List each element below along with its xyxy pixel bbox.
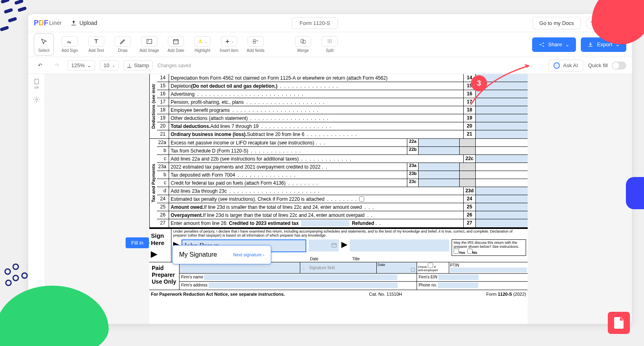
save-status: Changes saved [157, 63, 191, 68]
split-tool[interactable]: Split [319, 36, 341, 53]
line-22b-amount[interactable] [419, 147, 459, 154]
tax-payments-label: Tax and Payments [149, 139, 157, 227]
credited-amount[interactable] [301, 220, 349, 227]
firm-address-field[interactable] [208, 282, 398, 288]
redo-button[interactable]: ↷ [51, 60, 63, 72]
pencil-icon [119, 38, 126, 45]
firm-ein-field[interactable] [438, 274, 479, 280]
main-toolbar: Select Add Sign Add Text Draw Add Image … [28, 32, 632, 57]
page-icon [33, 78, 40, 86]
text-icon [93, 38, 100, 45]
download-icon [587, 41, 594, 48]
insert-item-tool[interactable]: ⌄Insert item [218, 36, 240, 53]
add-date-tool[interactable]: Add Date [165, 36, 187, 53]
app-window: PDFLiner Upload Form 1120-S Go to my Doc… [28, 14, 632, 324]
page-footer: For Paperwork Reduction Act Notice, see … [149, 290, 528, 298]
self-employed-checkbox[interactable] [428, 263, 433, 268]
quick-fill-toggle[interactable]: Quick fill [588, 62, 626, 70]
line-20-amount[interactable] [475, 122, 528, 130]
title-field[interactable] [350, 239, 449, 251]
undo-button[interactable]: ↶ [34, 60, 46, 72]
pages-panel-button[interactable]: 1/5 [31, 78, 42, 89]
line-23b-amount[interactable] [419, 171, 459, 179]
secondary-toolbar: ↶ ↷ 125%⌄ 10⌄ ⊥Stamp Changes saved Ask A… [28, 57, 632, 74]
share-button[interactable]: Share⌄ [532, 37, 576, 52]
merge-icon [299, 38, 307, 45]
titlebar: PDFLiner Upload Form 1120-S Go to my Doc… [28, 14, 632, 32]
line-22a-amount[interactable] [419, 139, 459, 146]
svg-point-9 [543, 45, 544, 47]
svg-point-8 [543, 42, 544, 43]
svg-rect-2 [173, 40, 178, 44]
next-signature-link[interactable]: Next signature › [233, 252, 264, 257]
upload-button[interactable]: Upload [70, 20, 97, 26]
calendar-icon [172, 38, 180, 45]
svg-rect-10 [35, 79, 38, 84]
svg-rect-0 [147, 39, 152, 44]
merge-tool[interactable]: Merge [292, 36, 314, 53]
signature-popup: My Signature Next signature › [172, 245, 271, 264]
line-23d-amount[interactable] [475, 187, 528, 195]
pdf-badge [608, 312, 630, 334]
ptin-field[interactable] [450, 268, 527, 272]
go-to-docs-button[interactable]: Go to my Docs [533, 17, 581, 29]
highlight-tool[interactable]: ⌄Highlight [192, 36, 213, 53]
sign-date-field[interactable] [309, 239, 339, 251]
svg-rect-5 [301, 39, 303, 43]
calendar-icon [331, 242, 337, 248]
line-27-amount[interactable] [475, 219, 528, 227]
select-tool[interactable]: Select [34, 33, 54, 56]
line-21-amount[interactable] [475, 130, 528, 138]
svg-point-7 [539, 44, 541, 45]
zoom-select[interactable]: 125%⌄ [68, 60, 95, 70]
sign-icon [302, 265, 308, 271]
line-23a-amount[interactable] [419, 163, 459, 171]
irs-no-checkbox[interactable] [467, 249, 473, 254]
page-select[interactable]: 10⌄ [100, 60, 118, 70]
perjury-text: Under penalties of perjury, I declare th… [173, 230, 526, 238]
svg-rect-3 [253, 40, 256, 41]
add-text-tool[interactable]: Add Text [85, 36, 107, 53]
form-2220-checkbox[interactable] [359, 196, 364, 202]
svg-point-11 [35, 99, 37, 101]
cursor-icon [40, 38, 47, 45]
line-24-amount[interactable] [475, 195, 528, 203]
line-22c-amount[interactable] [475, 155, 528, 163]
canvas[interactable]: Fill in Deductions (see instr 14Deprecia… [45, 74, 632, 324]
preparer-date-field[interactable]: Date [377, 262, 417, 273]
split-icon [326, 38, 333, 45]
firm-name-field[interactable] [204, 274, 397, 280]
settings-button[interactable] [31, 96, 42, 107]
fill-in-tooltip: Fill in [126, 237, 149, 248]
irs-discuss-box: May the IRS discuss this return with the… [452, 239, 526, 256]
add-sign-tool[interactable]: Add Sign [59, 36, 80, 53]
line-19-amount[interactable] [475, 114, 528, 122]
fields-icon [252, 38, 259, 45]
preparer-signature-field[interactable]: Signature field [300, 262, 377, 273]
highlight-icon [197, 38, 204, 45]
popup-title: My Signature [179, 251, 217, 258]
share-icon [539, 41, 545, 48]
line-25-amount[interactable] [475, 203, 528, 211]
add-fields-tool[interactable]: Add fields [245, 36, 266, 53]
line-23c-amount[interactable] [419, 179, 459, 187]
document-page: Deductions (see instr 14Depreciation fro… [149, 74, 528, 324]
workspace: 1/5 Fill in Deductions (see instr 14Depr… [28, 74, 632, 324]
line-18-amount[interactable] [475, 106, 528, 114]
draw-tool[interactable]: Draw [112, 36, 134, 53]
phone-field[interactable] [438, 282, 478, 288]
line-17-amount[interactable] [475, 98, 528, 106]
image-icon [146, 38, 153, 45]
line-16-amount[interactable] [475, 90, 528, 98]
add-image-tool[interactable]: Add Image [138, 36, 160, 53]
sign-here-section: Sign Here▶ Under penalties of perjury, I… [149, 228, 528, 262]
svg-rect-13 [411, 268, 415, 272]
stamp-button[interactable]: ⊥Stamp [124, 60, 153, 70]
line-26-amount[interactable] [475, 211, 528, 219]
gear-icon [33, 96, 40, 103]
irs-yes-checkbox[interactable] [454, 249, 459, 254]
plus-icon [224, 38, 231, 45]
ask-ai-button[interactable]: Ask AI [548, 60, 583, 72]
svg-rect-12 [332, 243, 336, 247]
upload-icon [70, 20, 77, 26]
